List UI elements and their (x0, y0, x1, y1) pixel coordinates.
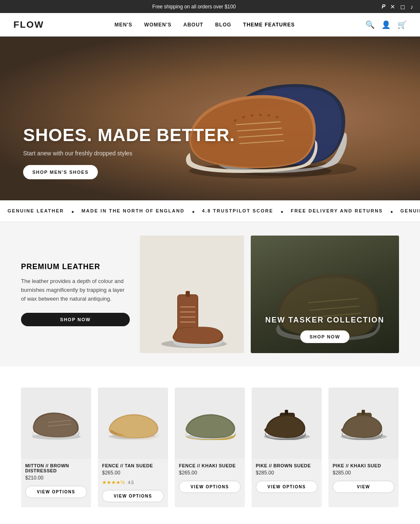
nav-theme-features[interactable]: THEME FEATURES (243, 22, 295, 28)
product-shoe-svg-5 (336, 406, 391, 440)
hero-title: SHOES. MADE BETTER. (23, 126, 235, 145)
hero-content: SHOES. MADE BETTER. Start anew with our … (0, 126, 235, 200)
product-shoe-svg-2 (106, 406, 160, 440)
collection-title: NEW TASKER COLLECTION (261, 316, 389, 325)
ticker-inner: GENUINE LEATHER • MADE IN THE NORTH OF E… (0, 208, 420, 216)
svg-point-12 (242, 116, 245, 118)
ticker-item-4: FREE DELIVERY AND RETURNS (283, 208, 391, 216)
nav-mens[interactable]: MEN'S (115, 22, 133, 28)
ticker-bar: GENUINE LEATHER • MADE IN THE NORTH OF E… (0, 200, 420, 222)
product-name-5: PIKE // KHAKI SUED (333, 463, 394, 468)
product-info-1: MITTON // BROWN DISTRESSED $210.00 VIEW … (21, 459, 91, 503)
hero-cta-button[interactable]: SHOP MEN'S SHOES (23, 165, 98, 179)
hero-section: SHOES. MADE BETTER. Start anew with our … (0, 37, 420, 200)
ticker-item-5: GENUINE LEATHER (393, 208, 420, 216)
feature-leather-shoe-svg (154, 282, 230, 349)
account-icon[interactable]: 👤 (381, 20, 391, 29)
announcement-text: Free shipping on all orders over $100 (7, 4, 381, 10)
product-price-2: $265.00 (102, 470, 164, 476)
instagram-icon[interactable]: ◻ (400, 3, 405, 10)
header: FLOW MEN'S WOMEN'S ABOUT BLOG THEME FEAT… (0, 13, 420, 37)
feature-heading: PREMIUM LEATHER (21, 262, 130, 271)
product-shoe-svg-3 (183, 406, 237, 440)
svg-point-11 (234, 119, 236, 122)
ticker-item-1: GENUINE LEATHER (0, 208, 71, 216)
products-section: MITTON // BROWN DISTRESSED $210.00 VIEW … (0, 367, 420, 524)
collection-shop-now-button[interactable]: SHOP NOW (300, 330, 349, 343)
product-name-3: FENCE // KHAKI SUEDE (179, 463, 241, 468)
product-card-1: MITTON // BROWN DISTRESSED $210.00 VIEW … (21, 388, 91, 507)
svg-point-16 (276, 116, 278, 118)
nav-about[interactable]: ABOUT (184, 22, 204, 28)
product-price-4: $285.00 (256, 470, 318, 476)
product-card-4: PIKE // BROWN SUEDE $285.00 VIEW OPTIONS (252, 388, 322, 507)
svg-rect-24 (186, 291, 190, 297)
view-options-button-1[interactable]: VIEW OPTIONS (25, 486, 87, 498)
x-twitter-icon[interactable]: ✕ (390, 3, 395, 10)
product-shoe-svg-4 (260, 406, 314, 440)
logo[interactable]: FLOW (13, 19, 44, 30)
product-image-5 (328, 388, 399, 459)
nav-womens[interactable]: WOMEN'S (144, 22, 171, 28)
feature-shop-now-button[interactable]: SHOP NOW (21, 313, 130, 326)
ticker-item-3: 4.8 TRUSTPILOT SCORE (194, 208, 281, 216)
product-image-3 (175, 388, 245, 459)
product-price-5: $285.00 (333, 470, 394, 476)
view-options-button-4[interactable]: VIEW OPTIONS (256, 481, 318, 493)
svg-rect-40 (285, 410, 288, 415)
svg-point-13 (251, 114, 253, 117)
feature-description: The leather provides a depth of colour a… (21, 277, 130, 303)
product-image-2 (98, 388, 168, 459)
product-info-5: PIKE // KHAKI SUED $285.00 VIEW (328, 459, 399, 498)
view-options-button-5[interactable]: VIEW (333, 481, 394, 493)
svg-point-14 (259, 114, 262, 116)
feature-text: PREMIUM LEATHER The leather provides a d… (21, 236, 140, 353)
product-card-3: FENCE // KHAKI SUEDE $265.00 VIEW OPTION… (175, 388, 245, 507)
view-options-button-3[interactable]: VIEW OPTIONS (179, 481, 241, 493)
feature-collection-content: NEW TASKER COLLECTION SHOP NOW (251, 306, 399, 353)
main-nav: MEN'S WOMEN'S ABOUT BLOG THEME FEATURES (115, 22, 295, 28)
product-name-2: FENCE // TAN SUEDE (102, 463, 164, 468)
product-price-3: $265.00 (179, 470, 241, 476)
cart-icon[interactable]: 🛒 (397, 20, 407, 29)
product-name-1: MITTON // BROWN DISTRESSED (25, 463, 87, 473)
tiktok-icon[interactable]: ♪ (410, 3, 413, 10)
product-info-4: PIKE // BROWN SUEDE $285.00 VIEW OPTIONS (252, 459, 322, 498)
nav-blog[interactable]: BLOG (215, 22, 231, 28)
product-image-1 (21, 388, 91, 459)
stars-icon: ★★★★½ (102, 479, 125, 485)
view-options-button-2[interactable]: VIEW OPTIONS (102, 490, 164, 502)
feature-collection: NEW TASKER COLLECTION SHOP NOW (251, 236, 399, 353)
product-card-2: FENCE // TAN SUEDE $265.00 ★★★★½ 4.5 VIE… (98, 388, 168, 507)
product-rating-2: ★★★★½ 4.5 (102, 478, 164, 486)
search-icon[interactable]: 🔍 (365, 20, 375, 29)
rating-count-2: 4.5 (128, 480, 134, 485)
product-info-2: FENCE // TAN SUEDE $265.00 ★★★★½ 4.5 VIE… (98, 459, 168, 507)
svg-rect-43 (362, 410, 365, 415)
product-shoe-svg-1 (29, 406, 84, 440)
feature-section: PREMIUM LEATHER The leather provides a d… (0, 222, 420, 367)
header-icons: 🔍 👤 🛒 (365, 20, 407, 29)
product-info-3: FENCE // KHAKI SUEDE $265.00 VIEW OPTION… (175, 459, 245, 498)
announcement-bar: Free shipping on all orders over $100 𝙋 … (0, 0, 420, 13)
product-name-4: PIKE // BROWN SUEDE (256, 463, 318, 468)
products-grid: MITTON // BROWN DISTRESSED $210.00 VIEW … (21, 388, 399, 507)
ticker-item-2: MADE IN THE NORTH OF ENGLAND (74, 208, 192, 216)
svg-point-15 (268, 114, 270, 117)
product-image-4 (252, 388, 322, 459)
pinterest-icon[interactable]: 𝙋 (381, 3, 385, 10)
svg-rect-23 (178, 295, 197, 331)
product-card-5: PIKE // KHAKI SUED $285.00 VIEW (328, 388, 399, 507)
social-icons-group: 𝙋 ✕ ◻ ♪ (381, 3, 413, 10)
feature-shoe-image (140, 236, 244, 353)
product-price-1: $210.00 (25, 475, 87, 481)
hero-subtitle: Start anew with our freshly dropped styl… (23, 150, 235, 157)
